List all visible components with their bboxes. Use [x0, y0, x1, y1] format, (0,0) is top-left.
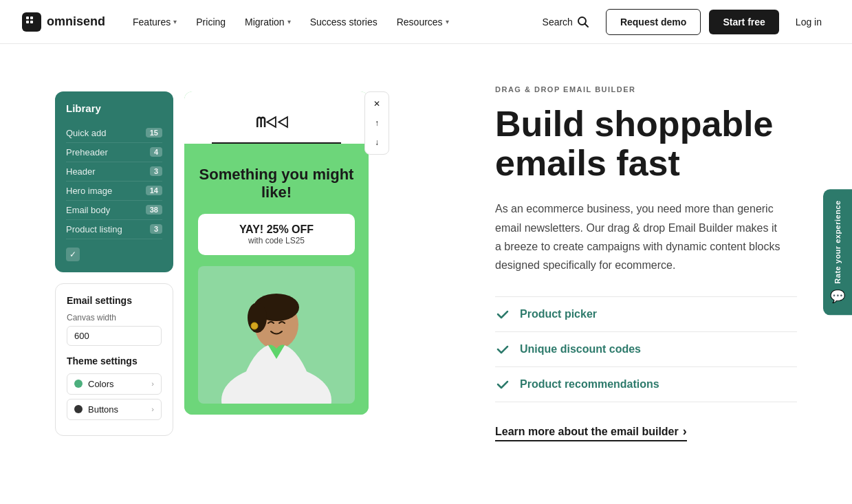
preview-header: ᗰ◁◁	[198, 102, 355, 142]
check-icon	[495, 377, 510, 392]
svg-text:ᗰ◁◁: ᗰ◁◁	[256, 115, 288, 130]
hero-content: DRAG & DROP EMAIL BUILDER Build shoppabl…	[495, 85, 797, 441]
check-icon	[495, 307, 510, 322]
chevron-down-icon: ▾	[446, 18, 449, 25]
search-label: Search	[543, 17, 573, 28]
preview-header-area: ᗰ◁◁	[184, 91, 369, 144]
main-description: As an ecommerce business, you need more …	[495, 199, 784, 274]
chat-icon: 💬	[830, 289, 845, 304]
omnisend-logo-svg	[26, 17, 37, 28]
theme-settings-title: Theme settings	[67, 355, 162, 366]
check-icon	[495, 342, 510, 357]
library-item-email-body[interactable]: Email body 38	[66, 201, 162, 220]
feature-label: Product picker	[520, 308, 597, 320]
nav-links: Features ▾ Pricing Migration ▾ Success s…	[124, 11, 457, 33]
logo[interactable]: omnisend	[22, 12, 105, 32]
email-settings-panel: Email settings Canvas width Theme settin…	[55, 283, 173, 436]
library-item-header[interactable]: Header 3	[66, 162, 162, 182]
brand-name: omnisend	[47, 14, 105, 29]
chevron-down-icon: ▾	[173, 18, 177, 25]
theme-buttons-item[interactable]: Buttons ›	[67, 399, 162, 420]
chevron-right-icon: ›	[151, 380, 154, 388]
theme-colors-item[interactable]: Colors ›	[67, 373, 162, 395]
toolbar-up-btn[interactable]: ↑	[369, 116, 384, 131]
coupon-title: YAY! 25% OFF	[209, 223, 344, 236]
feature-label: Unique discount codes	[520, 343, 641, 355]
colors-dot-icon	[74, 380, 83, 388]
email-builder-mockup: Library Quick add 15 Preheader 4 Header …	[55, 91, 454, 436]
learn-more-link[interactable]: Learn more about the email builder ›	[495, 424, 687, 441]
svg-point-12	[251, 322, 258, 329]
library-title: Library	[66, 102, 162, 114]
chevron-right-icon: ›	[151, 405, 154, 413]
section-label: DRAG & DROP EMAIL BUILDER	[495, 85, 797, 94]
nav-features[interactable]: Features ▾	[124, 11, 185, 33]
logo-icon	[22, 12, 41, 32]
nav-right: Search Request demo Start free Log in	[534, 9, 830, 35]
arrow-right-icon: ›	[683, 424, 687, 439]
navbar: omnisend Features ▾ Pricing Migration ▾ …	[0, 0, 852, 44]
library-item-preheader[interactable]: Preheader 4	[66, 143, 162, 162]
coupon-subtitle: with code LS25	[209, 236, 344, 245]
library-item-quick-add[interactable]: Quick add 15	[66, 124, 162, 143]
feature-label: Product recommendations	[520, 378, 659, 391]
preview-divider	[212, 142, 341, 144]
feature-product-picker: Product picker	[495, 296, 797, 332]
library-checkbox[interactable]	[66, 248, 80, 261]
nav-pricing[interactable]: Pricing	[188, 11, 234, 33]
preview-toolbar: ✕ ↑ ↓	[364, 91, 389, 155]
svg-rect-3	[30, 21, 33, 23]
library-item-hero-image[interactable]: Hero image 14	[66, 182, 162, 201]
email-preview-wrapper: ᗰ◁◁ Something you might like! YAY! 25% O…	[184, 91, 369, 415]
canvas-width-label: Canvas width	[67, 313, 162, 322]
preview-coupon: YAY! 25% OFF with code LS25	[198, 214, 355, 255]
library-item-product-listing[interactable]: Product listing 3	[66, 220, 162, 239]
nav-left: omnisend Features ▾ Pricing Migration ▾ …	[22, 11, 457, 33]
toolbar-close-btn[interactable]: ✕	[369, 96, 384, 111]
search-icon	[577, 16, 589, 28]
preview-brand-logo: ᗰ◁◁	[256, 115, 297, 134]
start-free-button[interactable]: Start free	[709, 10, 778, 34]
main-content: Library Quick add 15 Preheader 4 Header …	[0, 44, 852, 483]
preview-person-image	[198, 266, 355, 404]
login-link[interactable]: Log in	[787, 11, 830, 33]
library-panel: Library Quick add 15 Preheader 4 Header …	[55, 91, 173, 272]
nav-migration[interactable]: Migration ▾	[237, 11, 299, 33]
request-demo-button[interactable]: Request demo	[606, 9, 701, 35]
preview-heading: Something you might like!	[198, 166, 355, 202]
buttons-dot-icon	[74, 405, 83, 413]
search-button[interactable]: Search	[534, 10, 598, 34]
chevron-down-icon: ▾	[287, 18, 291, 25]
person-silhouette-svg	[208, 270, 345, 404]
svg-rect-0	[26, 17, 29, 19]
builder-left-panel: Library Quick add 15 Preheader 4 Header …	[55, 91, 173, 436]
nav-success-stories[interactable]: Success stories	[302, 11, 386, 33]
feature-list: Product picker Unique discount codes Pro…	[495, 296, 797, 402]
svg-line-5	[585, 23, 588, 27]
email-settings-title: Email settings	[67, 295, 162, 306]
canvas-width-input[interactable]	[67, 326, 162, 346]
preview-body: Something you might like! YAY! 25% OFF w…	[184, 155, 369, 415]
main-heading: Build shoppable emails fast	[495, 105, 797, 183]
feature-discount-codes: Unique discount codes	[495, 332, 797, 367]
feature-product-recommendations: Product recommendations	[495, 367, 797, 402]
email-preview: ᗰ◁◁ Something you might like! YAY! 25% O…	[184, 91, 369, 415]
svg-rect-2	[26, 21, 29, 23]
svg-rect-1	[30, 17, 33, 19]
nav-resources[interactable]: Resources ▾	[389, 11, 457, 33]
toolbar-down-btn[interactable]: ↓	[369, 135, 384, 150]
rate-experience-sidebar[interactable]: Rate your experience 💬	[823, 189, 852, 315]
